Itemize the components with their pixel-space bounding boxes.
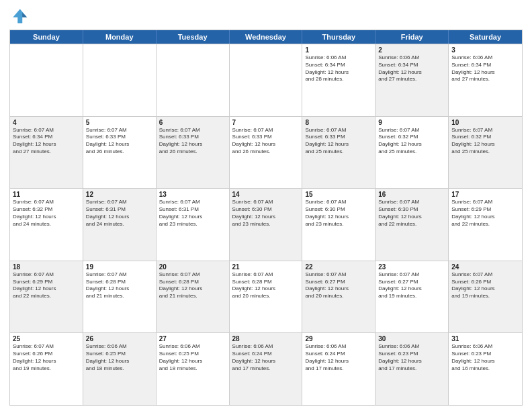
empty-cell	[10, 44, 83, 116]
day-cell-31: 31Sunrise: 6:06 AM Sunset: 6:23 PM Dayli…	[449, 333, 522, 405]
day-number: 23	[378, 263, 445, 271]
header	[9, 7, 523, 26]
day-cell-29: 29Sunrise: 6:06 AM Sunset: 6:24 PM Dayli…	[302, 333, 375, 405]
day-cell-6: 6Sunrise: 6:07 AM Sunset: 6:33 PM Daylig…	[157, 117, 230, 189]
day-cell-10: 10Sunrise: 6:07 AM Sunset: 6:32 PM Dayli…	[449, 117, 522, 189]
day-number: 8	[305, 119, 372, 126]
day-info: Sunrise: 6:07 AM Sunset: 6:33 PM Dayligh…	[232, 127, 300, 156]
day-cell-18: 18Sunrise: 6:07 AM Sunset: 6:29 PM Dayli…	[10, 261, 83, 333]
day-cell-4: 4Sunrise: 6:07 AM Sunset: 6:34 PM Daylig…	[10, 117, 83, 189]
week-row-4: 25Sunrise: 6:07 AM Sunset: 6:26 PM Dayli…	[10, 332, 522, 405]
calendar-body: 1Sunrise: 6:06 AM Sunset: 6:34 PM Daylig…	[10, 44, 522, 405]
header-day-monday: Monday	[83, 30, 157, 44]
day-number: 24	[451, 263, 519, 271]
day-cell-12: 12Sunrise: 6:07 AM Sunset: 6:31 PM Dayli…	[83, 189, 157, 261]
day-number: 30	[378, 335, 445, 342]
page: SundayMondayTuesdayWednesdayThursdayFrid…	[0, 0, 532, 411]
day-info: Sunrise: 6:06 AM Sunset: 6:34 PM Dayligh…	[378, 54, 445, 83]
day-number: 29	[305, 335, 372, 342]
day-number: 25	[13, 335, 80, 342]
day-cell-24: 24Sunrise: 6:07 AM Sunset: 6:26 PM Dayli…	[449, 261, 522, 333]
day-number: 16	[378, 191, 445, 198]
header-day-saturday: Saturday	[449, 30, 522, 44]
day-number: 19	[86, 263, 153, 271]
day-info: Sunrise: 6:07 AM Sunset: 6:32 PM Dayligh…	[378, 127, 445, 156]
day-info: Sunrise: 6:07 AM Sunset: 6:32 PM Dayligh…	[13, 199, 80, 228]
day-cell-23: 23Sunrise: 6:07 AM Sunset: 6:27 PM Dayli…	[375, 261, 449, 333]
day-info: Sunrise: 6:07 AM Sunset: 6:29 PM Dayligh…	[451, 199, 519, 228]
day-info: Sunrise: 6:06 AM Sunset: 6:25 PM Dayligh…	[86, 343, 153, 372]
day-info: Sunrise: 6:07 AM Sunset: 6:30 PM Dayligh…	[232, 199, 300, 228]
day-info: Sunrise: 6:07 AM Sunset: 6:34 PM Dayligh…	[13, 127, 80, 156]
day-cell-16: 16Sunrise: 6:07 AM Sunset: 6:30 PM Dayli…	[375, 189, 449, 261]
day-number: 28	[232, 335, 300, 342]
week-row-3: 18Sunrise: 6:07 AM Sunset: 6:29 PM Dayli…	[10, 261, 522, 333]
day-info: Sunrise: 6:07 AM Sunset: 6:31 PM Dayligh…	[86, 199, 153, 228]
day-cell-26: 26Sunrise: 6:06 AM Sunset: 6:25 PM Dayli…	[83, 333, 157, 405]
day-number: 31	[451, 335, 519, 342]
day-cell-30: 30Sunrise: 6:06 AM Sunset: 6:23 PM Dayli…	[375, 333, 449, 405]
day-cell-28: 28Sunrise: 6:06 AM Sunset: 6:24 PM Dayli…	[230, 333, 303, 405]
day-cell-14: 14Sunrise: 6:07 AM Sunset: 6:30 PM Dayli…	[230, 189, 303, 261]
day-cell-20: 20Sunrise: 6:07 AM Sunset: 6:28 PM Dayli…	[157, 261, 230, 333]
header-day-wednesday: Wednesday	[230, 30, 303, 44]
day-number: 10	[451, 119, 519, 126]
day-number: 21	[232, 263, 300, 271]
day-info: Sunrise: 6:06 AM Sunset: 6:34 PM Dayligh…	[451, 54, 519, 83]
day-number: 26	[86, 335, 153, 342]
day-info: Sunrise: 6:07 AM Sunset: 6:26 PM Dayligh…	[451, 271, 519, 300]
day-info: Sunrise: 6:07 AM Sunset: 6:30 PM Dayligh…	[305, 199, 372, 228]
day-number: 4	[13, 119, 80, 126]
day-info: Sunrise: 6:07 AM Sunset: 6:28 PM Dayligh…	[232, 271, 300, 300]
empty-cell	[157, 44, 230, 116]
svg-marker-1	[22, 13, 27, 17]
day-number: 6	[159, 119, 226, 126]
day-number: 9	[378, 119, 445, 126]
day-cell-22: 22Sunrise: 6:07 AM Sunset: 6:27 PM Dayli…	[302, 261, 375, 333]
day-info: Sunrise: 6:06 AM Sunset: 6:24 PM Dayligh…	[305, 343, 372, 372]
logo	[9, 7, 31, 26]
day-number: 13	[159, 191, 226, 198]
day-cell-9: 9Sunrise: 6:07 AM Sunset: 6:32 PM Daylig…	[375, 117, 449, 189]
calendar-header: SundayMondayTuesdayWednesdayThursdayFrid…	[10, 30, 522, 44]
day-cell-25: 25Sunrise: 6:07 AM Sunset: 6:26 PM Dayli…	[10, 333, 83, 405]
day-cell-21: 21Sunrise: 6:07 AM Sunset: 6:28 PM Dayli…	[230, 261, 303, 333]
day-info: Sunrise: 6:07 AM Sunset: 6:27 PM Dayligh…	[305, 271, 372, 300]
day-number: 11	[13, 191, 80, 198]
day-cell-17: 17Sunrise: 6:07 AM Sunset: 6:29 PM Dayli…	[449, 189, 522, 261]
header-day-tuesday: Tuesday	[157, 30, 230, 44]
day-info: Sunrise: 6:07 AM Sunset: 6:33 PM Dayligh…	[159, 127, 226, 156]
day-cell-8: 8Sunrise: 6:07 AM Sunset: 6:33 PM Daylig…	[302, 117, 375, 189]
day-cell-27: 27Sunrise: 6:06 AM Sunset: 6:25 PM Dayli…	[157, 333, 230, 405]
day-number: 15	[305, 191, 372, 198]
day-info: Sunrise: 6:06 AM Sunset: 6:23 PM Dayligh…	[378, 343, 445, 372]
day-number: 20	[159, 263, 226, 271]
day-number: 1	[305, 46, 372, 54]
week-row-2: 11Sunrise: 6:07 AM Sunset: 6:32 PM Dayli…	[10, 188, 522, 261]
day-info: Sunrise: 6:07 AM Sunset: 6:30 PM Dayligh…	[378, 199, 445, 228]
day-info: Sunrise: 6:07 AM Sunset: 6:26 PM Dayligh…	[13, 343, 80, 372]
day-number: 2	[378, 46, 445, 54]
day-info: Sunrise: 6:07 AM Sunset: 6:28 PM Dayligh…	[86, 271, 153, 300]
calendar: SundayMondayTuesdayWednesdayThursdayFrid…	[9, 30, 523, 406]
day-info: Sunrise: 6:07 AM Sunset: 6:29 PM Dayligh…	[13, 271, 80, 300]
day-number: 22	[305, 263, 372, 271]
day-number: 17	[451, 191, 519, 198]
day-cell-1: 1Sunrise: 6:06 AM Sunset: 6:34 PM Daylig…	[302, 44, 375, 116]
day-cell-5: 5Sunrise: 6:07 AM Sunset: 6:33 PM Daylig…	[83, 117, 157, 189]
day-info: Sunrise: 6:07 AM Sunset: 6:31 PM Dayligh…	[159, 199, 226, 228]
header-day-thursday: Thursday	[302, 30, 375, 44]
day-info: Sunrise: 6:06 AM Sunset: 6:25 PM Dayligh…	[159, 343, 226, 372]
day-cell-11: 11Sunrise: 6:07 AM Sunset: 6:32 PM Dayli…	[10, 189, 83, 261]
day-cell-3: 3Sunrise: 6:06 AM Sunset: 6:34 PM Daylig…	[449, 44, 522, 116]
day-number: 14	[232, 191, 300, 198]
header-day-friday: Friday	[375, 30, 449, 44]
empty-cell	[230, 44, 303, 116]
day-cell-15: 15Sunrise: 6:07 AM Sunset: 6:30 PM Dayli…	[302, 189, 375, 261]
day-number: 3	[451, 46, 519, 54]
day-number: 27	[159, 335, 226, 342]
week-row-0: 1Sunrise: 6:06 AM Sunset: 6:34 PM Daylig…	[10, 44, 522, 116]
day-number: 5	[86, 119, 153, 126]
day-info: Sunrise: 6:06 AM Sunset: 6:23 PM Dayligh…	[451, 343, 519, 372]
logo-icon	[9, 7, 28, 26]
